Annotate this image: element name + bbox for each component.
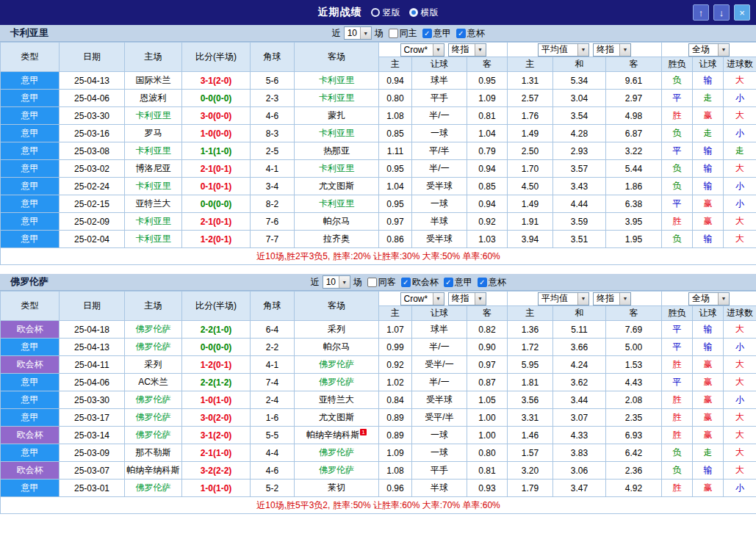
europe-home-odds: 1.31 (508, 72, 553, 90)
europe-draw-odds: 3.59 (553, 213, 606, 231)
league-type-badge: 意甲 (1, 444, 60, 462)
europe-final-select[interactable]: 终指▼ (593, 43, 631, 57)
filter-checkbox[interactable]: 同客 (367, 276, 396, 289)
checkbox-checked-icon[interactable]: ✓ (478, 278, 487, 287)
result-goals: 大 (724, 231, 756, 248)
result-handicap: 输 (693, 462, 724, 480)
results-table: 类型日期主场比分(半场)角球客场Crow*▼终指▼平均值▼终指▼全场▼主让球客主… (0, 291, 756, 514)
chevron-down-icon: ▼ (619, 44, 630, 56)
europe-draw-odds: 4.28 (553, 125, 606, 142)
close-button[interactable]: × (734, 4, 750, 21)
europe-draw-odds: 3.47 (553, 480, 606, 497)
radio-unselected-icon[interactable] (371, 8, 380, 17)
europe-home-odds: 2.57 (508, 90, 553, 107)
summary-stats: 胜率:20% 让胜率:30% 大率:50% 单率:60% (333, 251, 500, 261)
league-type-badge: 欧会杯 (1, 356, 60, 374)
filter-checkbox[interactable]: 同主 (389, 27, 417, 40)
asian-away-odds: 0.95 (467, 72, 508, 90)
filter-checkbox[interactable]: ✓欧会杯 (401, 276, 439, 289)
summary-row: 近10场,胜2平3负5,胜率:20% 让胜率:30% 大率:50% 单率:60% (1, 248, 756, 265)
away-team: 卡利亚里 (295, 195, 379, 213)
away-team: 亚特兰大 (295, 391, 379, 409)
europe-average-select[interactable]: 平均值▼ (538, 292, 589, 305)
filter-checkbox[interactable]: ✓意杯 (478, 276, 506, 289)
result-outcome: 负 (662, 125, 693, 142)
league-type-badge: 意甲 (1, 213, 60, 231)
layout-radio-vertical[interactable]: 竖版 (371, 7, 400, 19)
europe-draw-odds: 3.06 (553, 462, 606, 480)
result-handicap: 输 (693, 231, 724, 248)
move-up-button[interactable]: ↑ (693, 4, 709, 21)
corner-count: 3-4 (251, 178, 295, 195)
asian-away-odds: 0.92 (467, 213, 508, 231)
result-goals: 小 (724, 178, 756, 195)
column-header: 客 (606, 57, 662, 72)
checkbox-checked-icon[interactable]: ✓ (401, 278, 411, 287)
result-outcome: 平 (662, 374, 693, 391)
result-outcome: 胜 (662, 391, 693, 409)
asian-home-odds: 0.92 (379, 356, 412, 374)
recent-count-select[interactable]: 10▼ (323, 275, 350, 289)
bookmaker-select[interactable]: Crow*▼ (400, 292, 444, 305)
asian-home-odds: 0.95 (379, 160, 412, 178)
bookmaker-select[interactable]: Crow*▼ (400, 43, 444, 57)
checkbox-label: 意甲 (455, 276, 472, 289)
recent-count-select[interactable]: 10▼ (344, 26, 372, 40)
asian-away-odds: 0.81 (467, 107, 508, 125)
corner-count: 1-6 (251, 409, 295, 427)
filter-checkbox[interactable]: ✓意甲 (444, 276, 472, 289)
europe-average-select[interactable]: 平均值▼ (538, 43, 589, 57)
checkbox-unchecked-icon[interactable] (389, 29, 398, 38)
fulltime-scope-select[interactable]: 全场▼ (688, 43, 730, 57)
team-name-label: 卡利亚里 (0, 26, 59, 40)
checkbox-checked-icon[interactable]: ✓ (456, 29, 466, 38)
asian-away-odds: 0.81 (467, 462, 508, 480)
result-goals: 大 (724, 374, 756, 391)
match-row: 意甲25-03-16罗马1-0(0-0)8-3卡利亚里0.85一球1.041.4… (1, 125, 756, 142)
away-team: 热那亚 (295, 142, 379, 160)
match-date: 25-03-30 (60, 107, 125, 125)
column-header: 让球 (693, 57, 724, 72)
checkbox-checked-icon[interactable]: ✓ (422, 29, 432, 38)
match-date: 25-03-08 (60, 142, 125, 160)
asian-handicap-line: 一球 (412, 125, 467, 142)
home-team: 国际米兰 (125, 72, 182, 90)
radio-selected-icon[interactable] (409, 8, 418, 17)
corner-count: 7-4 (251, 374, 295, 391)
checkbox-label: 同主 (400, 27, 417, 40)
match-score: 0-0(0-0) (182, 339, 251, 356)
europe-final-select[interactable]: 终指▼ (593, 292, 631, 305)
asian-away-odds: 1.00 (467, 427, 508, 444)
column-header: 主场 (125, 43, 182, 72)
column-header: 和 (553, 306, 606, 321)
column-header: 让球 (693, 306, 724, 321)
filter-checkbox[interactable]: ✓意杯 (456, 27, 485, 40)
asian-final-select[interactable]: 终指▼ (448, 292, 486, 305)
match-date: 25-02-15 (60, 195, 125, 213)
result-outcome: 负 (662, 462, 693, 480)
away-team: 佛罗伦萨 (295, 356, 379, 374)
result-goals: 小 (724, 125, 756, 142)
layout-radio-horizontal[interactable]: 横版 (409, 7, 439, 19)
europe-away-odds: 6.42 (606, 444, 662, 462)
column-header: 让球 (412, 57, 467, 72)
result-outcome: 平 (662, 339, 693, 356)
checkbox-unchecked-icon[interactable] (367, 278, 377, 287)
result-handicap: 输 (693, 142, 724, 160)
asian-final-select[interactable]: 终指▼ (448, 43, 486, 57)
move-down-button[interactable]: ↓ (713, 4, 730, 21)
filter-checkbox[interactable]: ✓意甲 (422, 27, 451, 40)
asian-away-odds: 0.94 (467, 195, 508, 213)
fulltime-scope-select[interactable]: 全场▼ (688, 292, 730, 305)
checkbox-checked-icon[interactable]: ✓ (444, 278, 453, 287)
league-type-badge: 欧会杯 (1, 427, 60, 444)
europe-away-odds: 4.92 (606, 480, 662, 497)
europe-away-odds: 2.35 (606, 409, 662, 427)
asian-home-odds: 1.11 (379, 142, 412, 160)
home-team: 佛罗伦萨 (125, 321, 182, 339)
europe-draw-odds: 5.34 (553, 72, 606, 90)
asian-handicap-line: 一球 (412, 427, 467, 444)
result-handicap: 输 (693, 321, 724, 339)
result-goals: 小 (724, 195, 756, 213)
europe-away-odds: 7.69 (606, 321, 662, 339)
